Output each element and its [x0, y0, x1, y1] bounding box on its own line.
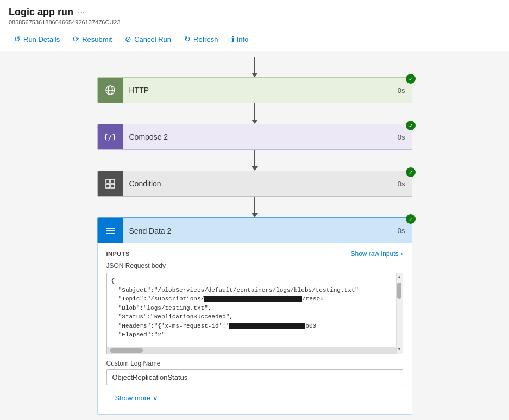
- show-more-container: Show more ∨: [106, 388, 403, 408]
- http-success-badge: ✓: [406, 74, 416, 84]
- info-label: Info: [237, 35, 249, 43]
- senddata-icon: [105, 226, 116, 236]
- condition-label: Condition: [123, 179, 391, 188]
- json-line-3: "Topic":"/subscriptions//resou: [111, 294, 398, 304]
- page-header: Logic app run ··· 0858567536188664665492…: [0, 0, 509, 28]
- flow-container: HTTP 0s ✓ {/} Compose 2 0s ✓: [0, 51, 509, 415]
- step-condition-inner: Condition 0s: [97, 171, 412, 197]
- show-more-chevron: ∨: [153, 394, 158, 402]
- cancel-icon: ⊘: [125, 35, 131, 43]
- refresh-icon: ↻: [184, 35, 191, 43]
- show-raw-inputs-label: Show raw inputs: [350, 250, 398, 258]
- page-subtitle: 08585675361886646654926137476CU23: [9, 19, 500, 26]
- svg-rect-6: [111, 184, 115, 188]
- json-line-1: {: [111, 277, 398, 286]
- step-compose2-inner: {/} Compose 2 0s: [97, 124, 412, 150]
- condition-icon: [105, 178, 116, 189]
- inputs-label: INPUTS: [106, 250, 130, 257]
- refresh-button[interactable]: ↻ Refresh: [179, 32, 224, 46]
- senddata2-success-badge: ✓: [406, 214, 416, 224]
- json-line-6: "Headers":"{'x-ms-request-id':'b00: [111, 322, 398, 331]
- svg-rect-3: [106, 179, 110, 183]
- run-details-icon: ↺: [14, 35, 21, 43]
- scroll-up-arrow[interactable]: ▲: [398, 273, 401, 280]
- main-canvas: HTTP 0s ✓ {/} Compose 2 0s ✓: [0, 51, 509, 420]
- cancel-run-button[interactable]: ⊘ Cancel Run: [120, 32, 177, 46]
- condition-icon-box: [98, 171, 123, 196]
- connector-line-1: [254, 103, 255, 120]
- json-body-label: JSON Request body: [106, 262, 403, 269]
- vertical-scrollbar[interactable]: ▲ ▼: [396, 273, 403, 354]
- condition-success-badge: ✓: [406, 167, 416, 177]
- inputs-header: INPUTS Show raw inputs ›: [106, 250, 403, 258]
- resubmit-button[interactable]: ⟳ Resubmit: [67, 32, 117, 46]
- title-ellipsis[interactable]: ···: [78, 8, 85, 17]
- resubmit-icon: ⟳: [73, 35, 79, 43]
- compose2-success-badge: ✓: [406, 121, 416, 130]
- show-raw-inputs-button[interactable]: Show raw inputs ›: [350, 250, 403, 258]
- senddata2-label: Send Data 2: [123, 227, 391, 235]
- cancel-run-label: Cancel Run: [134, 35, 171, 43]
- inputs-section: INPUTS Show raw inputs › JSON Request bo…: [98, 243, 412, 414]
- show-more-button[interactable]: Show more ∨: [106, 388, 167, 408]
- custom-log-label: Custom Log Name: [106, 360, 403, 367]
- connector-line-top: [254, 57, 255, 73]
- step-senddata2[interactable]: Send Data 2 0s ✓ INPUTS Show raw inputs …: [97, 217, 412, 415]
- step-senddata2-inner: Send Data 2 0s: [97, 217, 412, 243]
- svg-rect-5: [106, 184, 110, 188]
- compose2-duration: 0s: [391, 133, 412, 141]
- json-body-box[interactable]: { "Subject":"/blobServices/default/conta…: [106, 273, 403, 354]
- compose-icon-box: {/}: [98, 124, 123, 149]
- json-line-2: "Subject":"/blobServices/default/contain…: [111, 286, 398, 295]
- http-label: HTTP: [123, 86, 391, 95]
- json-line-4: "Blob":"logs/testing.txt",: [111, 304, 398, 313]
- compose-icon: {/}: [104, 133, 116, 141]
- http-icon: [105, 85, 116, 96]
- compose2-label: Compose 2: [123, 133, 391, 141]
- json-line-5: "Status":"ReplicationSucceeded",: [111, 312, 398, 322]
- condition-duration: 0s: [391, 180, 412, 188]
- step-condition[interactable]: Condition 0s ✓: [97, 171, 412, 197]
- scroll-down-arrow[interactable]: ▼: [398, 346, 401, 353]
- horizontal-scroll-thumb: [110, 348, 143, 353]
- custom-log-input[interactable]: [106, 369, 403, 385]
- senddata2-duration: 0s: [391, 227, 412, 235]
- horizontal-scrollbar[interactable]: [107, 347, 403, 354]
- http-icon-box: [98, 78, 123, 103]
- toolbar: ↺ Run Details ⟳ Resubmit ⊘ Cancel Run ↻ …: [0, 28, 509, 51]
- connector-arrow-top: [252, 73, 258, 77]
- scrollbar-thumb: [397, 283, 401, 299]
- connector-arrow-2: [252, 166, 258, 171]
- info-icon: ℹ: [231, 35, 234, 43]
- step-http[interactable]: HTTP 0s ✓: [97, 77, 412, 103]
- run-details-label: Run Details: [23, 35, 60, 43]
- http-duration: 0s: [391, 86, 412, 95]
- page-title-row: Logic app run ···: [9, 7, 500, 18]
- info-button[interactable]: ℹ Info: [226, 32, 254, 46]
- step-http-inner: HTTP 0s: [97, 77, 412, 103]
- show-raw-inputs-chevron: ›: [401, 250, 403, 258]
- resubmit-label: Resubmit: [82, 35, 112, 43]
- json-line-7: "Elapsed":"2": [111, 330, 398, 340]
- senddata2-expanded-body: INPUTS Show raw inputs › JSON Request bo…: [97, 243, 412, 415]
- connector-arrow-1: [252, 120, 258, 124]
- svg-rect-4: [111, 179, 115, 183]
- senddata-icon-box: [98, 218, 123, 243]
- step-compose2[interactable]: {/} Compose 2 0s ✓: [97, 124, 412, 150]
- connector-line-3: [254, 197, 255, 213]
- json-body-content: { "Subject":"/blobServices/default/conta…: [107, 273, 403, 343]
- refresh-label: Refresh: [193, 35, 218, 43]
- run-details-button[interactable]: ↺ Run Details: [9, 32, 65, 46]
- connector-arrow-3: [252, 213, 258, 217]
- connector-line-2: [254, 150, 255, 166]
- page-title: Logic app run: [9, 7, 73, 18]
- show-more-label: Show more: [115, 394, 151, 402]
